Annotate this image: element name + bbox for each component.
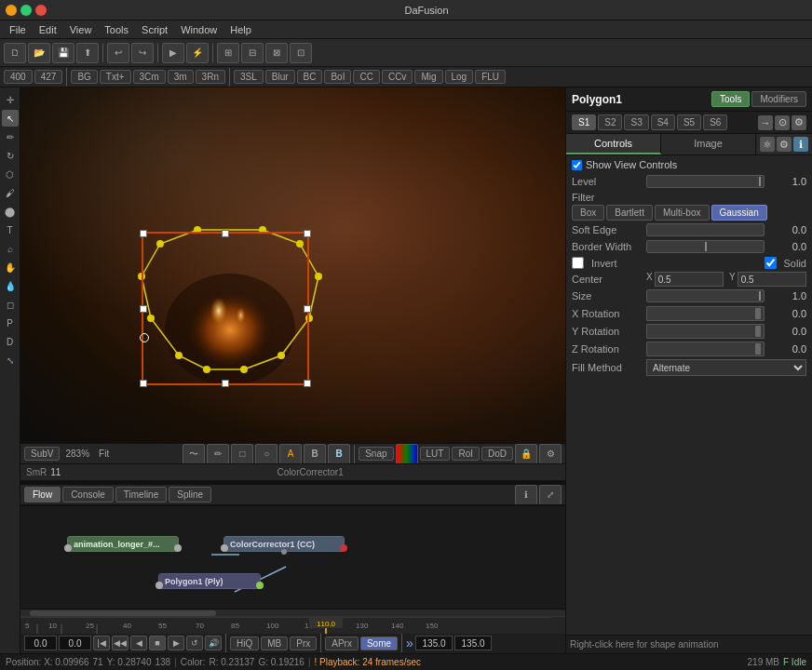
menu-file[interactable]: File: [4, 22, 32, 37]
bold2-btn[interactable]: B: [328, 444, 350, 464]
frame-start-input[interactable]: [24, 636, 57, 650]
node-colorcorrector[interactable]: ColorCorrector1 (CC): [223, 536, 345, 552]
view-txt[interactable]: Txt+: [100, 70, 131, 84]
view-3m[interactable]: 3m: [168, 70, 194, 84]
panel-status[interactable]: Right-click here for shape animation: [566, 635, 812, 653]
minimize-button[interactable]: [6, 5, 17, 16]
stab-s4[interactable]: S4: [651, 114, 675, 130]
node-animation[interactable]: animation_longer_#...: [67, 536, 179, 552]
redo-button[interactable]: ↪: [131, 43, 154, 63]
node-scrollbar-thumb[interactable]: [30, 610, 216, 616]
tab-tools[interactable]: Tools: [711, 91, 750, 107]
center-y-input[interactable]: [738, 272, 806, 287]
import-button[interactable]: ⬆: [76, 43, 99, 63]
lt-path[interactable]: P: [2, 315, 19, 331]
menu-tools[interactable]: Tools: [99, 22, 134, 37]
color-btn[interactable]: [396, 444, 418, 464]
play-start-btn[interactable]: |◀: [93, 636, 110, 650]
mb-btn[interactable]: MB: [261, 636, 288, 650]
rect-btn[interactable]: □: [231, 444, 253, 464]
lut-btn[interactable]: LUT: [420, 447, 451, 461]
some-btn[interactable]: Some: [360, 636, 398, 650]
aprx-btn[interactable]: APrx: [325, 636, 359, 650]
ctab-image[interactable]: Image: [661, 134, 756, 154]
settings-btn[interactable]: ⚙: [539, 444, 562, 464]
lt-transform[interactable]: ⤡: [2, 352, 19, 368]
view-3cm[interactable]: 3Cm: [133, 70, 166, 84]
view-log[interactable]: Log: [445, 70, 474, 84]
panel-expand-btn[interactable]: ⤢: [539, 485, 562, 505]
ctab-controls[interactable]: Controls: [566, 134, 661, 154]
stab-s5[interactable]: S5: [677, 114, 701, 130]
view-bg[interactable]: BG: [71, 70, 97, 84]
lt-eyedrop[interactable]: 💧: [2, 277, 19, 294]
view-3rn[interactable]: 3Rn: [196, 70, 225, 84]
lt-hand[interactable]: ✋: [2, 259, 19, 275]
undo-button[interactable]: ↩: [107, 43, 129, 63]
center-x-input[interactable]: [655, 272, 724, 287]
info-btn[interactable]: ℹ: [515, 485, 537, 505]
menu-help[interactable]: Help: [224, 22, 257, 37]
level-slider[interactable]: [646, 175, 765, 188]
end-frame-input1[interactable]: [415, 636, 453, 650]
circle-btn[interactable]: ○: [255, 444, 277, 464]
roi-btn[interactable]: RoI: [452, 447, 480, 461]
view-3sl[interactable]: 3SL: [234, 70, 264, 84]
node-cc-input[interactable]: [221, 544, 228, 552]
filter-gaussian[interactable]: Gaussian: [711, 205, 767, 221]
prx-btn[interactable]: Prx: [290, 636, 317, 650]
view-blur[interactable]: Blur: [265, 70, 295, 84]
view-cc[interactable]: CC: [353, 70, 379, 84]
filter-bartlett[interactable]: Bartlett: [606, 205, 653, 221]
invert-checkbox[interactable]: [572, 257, 584, 269]
stab-icon2[interactable]: ⊙: [775, 115, 790, 130]
fit-button[interactable]: Fit: [95, 448, 113, 460]
lt-pen[interactable]: ✏: [2, 128, 19, 145]
lt-poly[interactable]: ⬡: [2, 166, 19, 182]
view-boi[interactable]: BoI: [324, 70, 351, 84]
bold-btn[interactable]: B: [304, 444, 326, 464]
fill-method-select[interactable]: Alternate Non-Zero Even-Odd: [646, 359, 806, 376]
lt-brush[interactable]: 🖌: [2, 184, 19, 201]
viewport[interactable]: [20, 87, 565, 443]
show-view-controls-checkbox[interactable]: [572, 160, 582, 170]
tab-modifiers[interactable]: Modifiers: [751, 91, 806, 107]
lt-mask[interactable]: ◻: [2, 296, 19, 313]
grid-btn3[interactable]: ⊠: [265, 43, 288, 63]
view-427[interactable]: 427: [34, 70, 63, 84]
subv-control[interactable]: SubV: [24, 447, 60, 461]
node-cc-output[interactable]: [340, 544, 347, 552]
tab-spline[interactable]: Spline: [169, 487, 211, 502]
node-animation-output[interactable]: [174, 544, 182, 552]
node-editor[interactable]: animation_longer_#... ColorCorrector1 (C…: [20, 504, 565, 616]
stab-s2[interactable]: S2: [598, 114, 622, 130]
pencil-btn[interactable]: ✏: [207, 444, 229, 464]
size-slider[interactable]: [646, 289, 765, 302]
menu-script[interactable]: Script: [136, 22, 173, 37]
panel-icon1[interactable]: ⚛: [760, 137, 775, 152]
lt-zoom[interactable]: ⌕: [2, 240, 19, 257]
save-button[interactable]: 💾: [52, 43, 74, 63]
dod-btn[interactable]: DoD: [481, 447, 513, 461]
stab-s1[interactable]: S1: [572, 114, 596, 130]
view-ccv[interactable]: CCv: [382, 70, 413, 84]
snap-btn[interactable]: Snap: [359, 447, 393, 461]
maximize-button[interactable]: [20, 5, 32, 16]
text-a-btn[interactable]: A: [279, 444, 302, 464]
loop-btn[interactable]: ↺: [186, 636, 203, 650]
prev-frame-btn[interactable]: ◀◀: [112, 636, 129, 650]
lt-select[interactable]: ↖: [2, 110, 19, 127]
node-poly-output[interactable]: [256, 582, 264, 589]
node-poly-input[interactable]: [156, 582, 163, 589]
stab-s6[interactable]: S6: [703, 114, 727, 130]
view-400[interactable]: 400: [4, 70, 33, 84]
border-width-slider[interactable]: [646, 240, 765, 253]
node-polygon[interactable]: Polygon1 (Ply): [158, 573, 261, 589]
panel-icon3[interactable]: ℹ: [793, 137, 808, 152]
tab-flow[interactable]: Flow: [24, 487, 61, 502]
next-btn[interactable]: ▶: [168, 636, 184, 650]
lt-text[interactable]: T: [2, 221, 19, 238]
z-rotation-slider[interactable]: [646, 342, 765, 356]
view-bc[interactable]: BC: [297, 70, 323, 84]
sound-btn[interactable]: 🔊: [205, 636, 222, 650]
